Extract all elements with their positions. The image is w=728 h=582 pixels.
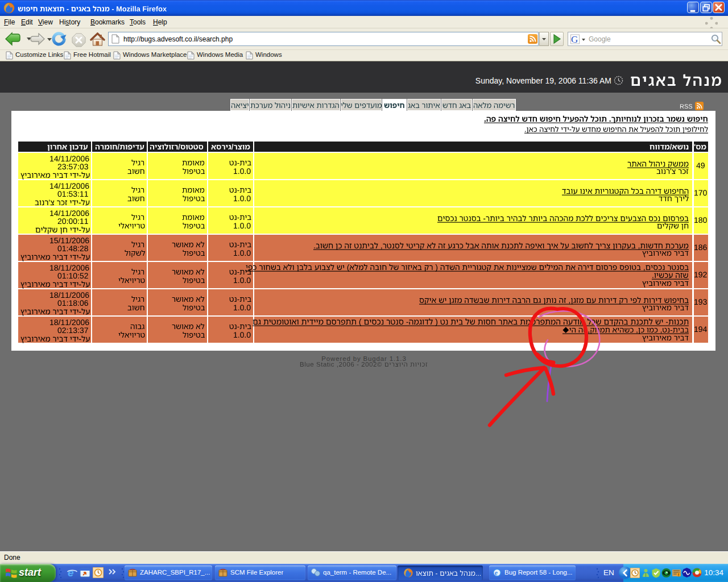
svg-text:!: ! (678, 573, 679, 577)
svg-text:G: G (571, 34, 578, 44)
svg-text:e: e (68, 567, 74, 579)
svg-text:e: e (495, 569, 498, 577)
